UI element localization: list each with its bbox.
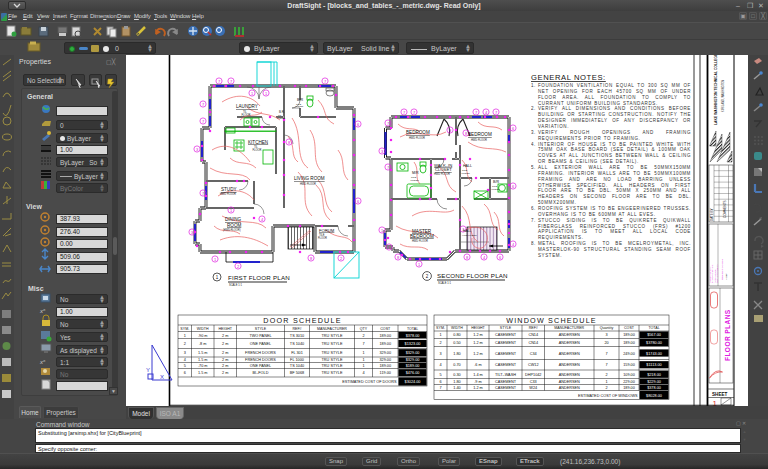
svg-text:$1323.00: $1323.00 — [405, 342, 421, 346]
svg-text:$1743.00: $1743.00 — [646, 352, 662, 356]
svg-text:189.00: 189.00 — [623, 333, 635, 337]
svg-text:$329.00: $329.00 — [406, 358, 420, 362]
svg-text:FLOOR: FLOOR — [492, 188, 501, 191]
svg-text:1.2 m: 1.2 m — [473, 386, 483, 390]
svg-text:109.00: 109.00 — [623, 373, 635, 377]
svg-text:TRU STYLE: TRU STYLE — [322, 334, 343, 338]
svg-text:ANDERSEN: ANDERSEN — [559, 363, 580, 367]
svg-text:LIVING ROOM: LIVING ROOM — [294, 176, 325, 181]
svg-text:Y: Y — [146, 367, 150, 373]
svg-text:ONE PANEL: ONE PANEL — [250, 342, 271, 346]
svg-text:7: 7 — [439, 386, 441, 390]
svg-text:HALL: HALL — [463, 229, 472, 233]
svg-text:$8028.00: $8028.00 — [646, 394, 662, 398]
svg-text:BF 5068: BF 5068 — [290, 371, 304, 375]
svg-text:0.50: 0.50 — [453, 341, 460, 345]
svg-text:1: 1 — [184, 334, 186, 338]
svg-text:TRU STYLE: TRU STYLE — [322, 351, 343, 355]
svg-text:GENERAL NOTES:: GENERAL NOTES: — [531, 73, 606, 82]
svg-text:189.00: 189.00 — [379, 342, 391, 346]
svg-text:STYLE: STYLE — [255, 327, 267, 331]
svg-text:.6 m: .6 m — [474, 363, 481, 367]
svg-text:ANDERSEN: ANDERSEN — [559, 333, 580, 337]
svg-text:DOOR SCHEDULE: DOOR SCHEDULE — [263, 316, 341, 325]
svg-text:2: 2 — [439, 341, 441, 345]
svg-text:1: 1 — [362, 351, 364, 355]
svg-text:329.00: 329.00 — [379, 358, 391, 362]
svg-text:QTY: QTY — [360, 327, 368, 331]
svg-text:329.00: 329.00 — [379, 351, 391, 355]
svg-text:7: 7 — [362, 342, 364, 346]
svg-text:ANDERSEN: ANDERSEN — [559, 352, 580, 356]
svg-text:FLOOR: FLOOR — [411, 179, 420, 182]
svg-text:159.00: 159.00 — [623, 363, 635, 367]
svg-text:CASEMENT: CASEMENT — [495, 341, 517, 345]
svg-text:$189.00: $189.00 — [406, 364, 420, 368]
svg-text:189.00: 189.00 — [623, 386, 635, 390]
svg-text:$378.00: $378.00 — [406, 334, 420, 338]
svg-text:$378.00: $378.00 — [647, 386, 661, 390]
svg-text:STYLE: STYLE — [500, 326, 512, 330]
svg-text:Quantity: Quantity — [600, 326, 614, 330]
svg-text:FL 1000: FL 1000 — [290, 358, 304, 362]
svg-text:6: 6 — [439, 380, 441, 384]
svg-text:SYM.: SYM. — [180, 327, 189, 331]
svg-text:FLOOR: FLOOR — [277, 117, 286, 120]
svg-text:1.80: 1.80 — [453, 380, 460, 384]
svg-text:DATE BY: DATE BY — [710, 208, 714, 221]
svg-text:FLOOR: FLOOR — [318, 236, 327, 240]
svg-text:119.00: 119.00 — [380, 371, 391, 375]
svg-text:.90 m: .90 m — [198, 334, 208, 338]
svg-text:HWD FLOOR: HWD FLOOR — [412, 239, 428, 243]
svg-text:SCALE: AS NOTED: SCALE: AS NOTED — [716, 264, 718, 283]
svg-text:W24: W24 — [529, 386, 537, 390]
svg-text:ONE PANEL: ONE PANEL — [250, 364, 271, 368]
svg-text:SYM.: SYM. — [436, 326, 445, 330]
svg-text:2 m: 2 m — [222, 351, 228, 355]
svg-text:MANUFACTURER: MANUFACTURER — [554, 326, 584, 330]
svg-text:ANDERSEN: ANDERSEN — [559, 373, 580, 377]
svg-text:FLOOR: FLOOR — [462, 172, 471, 175]
svg-text:$567.00: $567.00 — [647, 333, 661, 337]
svg-text:FLOOR: FLOOR — [295, 105, 304, 108]
svg-text:1.40: 1.40 — [453, 386, 460, 390]
svg-text:BEDROOM: BEDROOM — [410, 234, 434, 239]
svg-text:BEDROOM: BEDROOM — [468, 132, 492, 137]
svg-text:FLOOR: FLOOR — [242, 113, 251, 117]
svg-text:TRU STYLE: TRU STYLE — [322, 358, 343, 362]
svg-text:CW12: CW12 — [528, 363, 539, 367]
svg-text:5: 5 — [439, 373, 441, 377]
svg-text:2 m: 2 m — [222, 371, 228, 375]
svg-text:1.80: 1.80 — [453, 352, 460, 356]
svg-text:3: 3 — [184, 351, 186, 355]
svg-text:CASEMENT: CASEMENT — [495, 363, 517, 367]
svg-text:KITCHEN: KITCHEN — [248, 140, 268, 145]
svg-text:SHEET: SHEET — [712, 392, 728, 397]
svg-text:1.2 m: 1.2 m — [473, 341, 483, 345]
svg-text:COST: COST — [380, 327, 391, 331]
svg-text:7: 7 — [605, 352, 607, 356]
svg-text:1.5 m: 1.5 m — [198, 351, 208, 355]
svg-text:TWO PANEL: TWO PANEL — [249, 334, 271, 338]
svg-text:TRU STYLE: TRU STYLE — [322, 342, 343, 346]
svg-text:3: 3 — [439, 352, 441, 356]
svg-text:FL 301: FL 301 — [291, 351, 303, 355]
svg-text:FORUM: FORUM — [319, 228, 335, 233]
svg-text:REF#: REF# — [529, 326, 538, 330]
svg-text:FRENCH DOORS: FRENCH DOORS — [245, 358, 276, 362]
svg-text:$1113.00: $1113.00 — [646, 363, 661, 367]
svg-text:0.70: 0.70 — [453, 363, 460, 367]
svg-text:(HWD FLOOR): (HWD FLOOR) — [223, 228, 241, 232]
svg-text:COMMENTS: COMMENTS — [723, 201, 727, 219]
svg-text:1.4 m: 1.4 m — [473, 373, 483, 377]
svg-text:2 m: 2 m — [222, 342, 228, 346]
svg-text:CASEMENT: CASEMENT — [495, 380, 517, 384]
svg-text:B/R: B/R — [297, 98, 303, 102]
svg-text:ANDERSEN: ANDERSEN — [559, 380, 580, 384]
svg-text:4: 4 — [439, 363, 441, 367]
svg-text:4: 4 — [184, 358, 186, 362]
svg-text:FIRST FLOOR PLAN: FIRST FLOOR PLAN — [228, 274, 290, 281]
svg-text:1: 1 — [439, 333, 441, 337]
svg-text:CASEMENT: CASEMENT — [495, 333, 517, 337]
svg-text:$229.00: $229.00 — [647, 380, 661, 384]
